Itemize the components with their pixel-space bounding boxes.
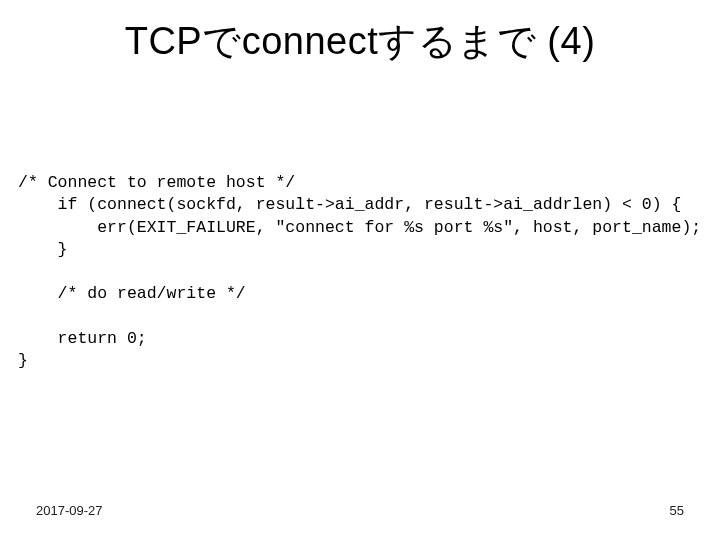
code-line: } (18, 351, 28, 370)
code-line: if (connect(sockfd, result->ai_addr, res… (18, 195, 681, 214)
code-line: return 0; (18, 329, 147, 348)
code-block: /* Connect to remote host */ if (connect… (18, 172, 702, 372)
code-line: /* Connect to remote host */ (18, 173, 295, 192)
slide-title: TCPでconnectするまで (4) (0, 16, 720, 67)
footer-date: 2017-09-27 (36, 503, 103, 518)
slide: TCPでconnectするまで (4) /* Connect to remote… (0, 0, 720, 540)
code-line: err(EXIT_FAILURE, "connect for %s port %… (18, 218, 701, 237)
code-line: /* do read/write */ (18, 284, 246, 303)
code-line: } (18, 240, 68, 259)
footer-page-number: 55 (670, 503, 684, 518)
